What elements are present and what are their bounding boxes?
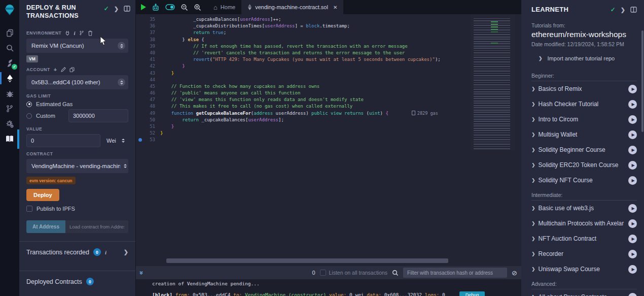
line-number[interactable]: 41 xyxy=(136,56,160,63)
import-tutorial-repo[interactable]: ❯ Import another tutorial repo xyxy=(539,55,634,61)
learneth-pin-panel-icon[interactable] xyxy=(630,7,637,13)
solidity-compiler-icon[interactable]: ✓ xyxy=(0,55,19,71)
tutorial-item[interactable]: ❯NFT Auction Contract▶ xyxy=(531,231,637,246)
deploy-and-run-icon[interactable] xyxy=(0,71,19,86)
pin-panel-icon[interactable] xyxy=(124,6,130,12)
tutorial-item[interactable]: ❯Multisig Wallet▶ xyxy=(531,127,637,142)
tutorial-item[interactable]: ❯Hash Checker Tutorial▶ xyxy=(531,96,637,112)
code-line[interactable]: function getCupcakeBalanceFor(address us… xyxy=(160,110,521,117)
expand-terminal-icon[interactable]: « xyxy=(137,271,145,274)
custom-gas-input[interactable] xyxy=(68,109,128,122)
code-line[interactable]: // If not enough time has passed, revert… xyxy=(160,43,521,50)
play-tutorial-button[interactable]: ▶ xyxy=(628,219,637,228)
tutorial-item[interactable]: ❯Intro to Circom▶ xyxy=(531,112,637,127)
play-tutorial-button[interactable]: ▶ xyxy=(628,85,637,93)
play-tutorial-button[interactable]: ▶ xyxy=(628,176,637,185)
edit-account-icon[interactable] xyxy=(61,67,66,72)
line-number[interactable]: 43 xyxy=(136,70,160,77)
code-line[interactable]: } else { xyxy=(160,37,521,43)
tutorial-item[interactable]: ❯Multichain Protocols with Axelar▶ xyxy=(531,216,637,231)
debug-button[interactable]: Debug xyxy=(459,291,485,296)
value-input[interactable] xyxy=(26,134,100,147)
git-icon[interactable] xyxy=(0,101,19,116)
play-tutorial-button[interactable]: ▶ xyxy=(628,115,637,124)
line-number[interactable]: 48 xyxy=(136,103,160,110)
account-select[interactable]: 0x5B3...eddC4 (100 ether) xyxy=(26,75,128,89)
clear-terminal-icon[interactable]: ⊘ xyxy=(512,269,517,277)
play-tutorial-button[interactable]: ▶ xyxy=(628,250,637,258)
environment-select[interactable]: Remix VM (Cancun) xyxy=(26,39,128,53)
tab-vending-machine-contract[interactable]: vending-machine-contract.sol ✕ xyxy=(241,0,343,14)
tutorial-item[interactable]: ❯Solidity NFT Course▶ xyxy=(531,173,637,188)
panel-chevron-right-icon[interactable]: ❯ xyxy=(114,6,119,12)
tutorial-item[interactable]: ❯Basic use of web3.js▶ xyxy=(531,201,637,216)
fork-environment-icon[interactable] xyxy=(79,30,84,36)
play-tutorial-button[interactable]: ▶ xyxy=(628,293,637,296)
tutorial-item[interactable]: ❯Solidity Beginner Course▶ xyxy=(531,142,637,157)
transactions-expand-icon[interactable]: ❯ xyxy=(124,249,128,255)
zoom-in-icon[interactable] xyxy=(194,4,201,11)
code-line[interactable]: revert("HTTP 429: Too Many Cupcakes (you… xyxy=(160,56,521,63)
listen-all-transactions-checkbox[interactable] xyxy=(320,270,326,276)
transactions-info-icon[interactable]: i xyxy=(105,249,106,255)
code-line[interactable]: // 'public' means anyone can call this f… xyxy=(160,90,521,96)
settings-icon[interactable] xyxy=(0,116,19,131)
line-number[interactable]: 38 xyxy=(136,37,160,43)
play-tutorial-button[interactable]: ▶ xyxy=(628,100,637,109)
contract-select[interactable]: VendingMachine - vending-machin xyxy=(26,159,128,173)
run-script-icon[interactable] xyxy=(141,4,146,10)
code-line[interactable] xyxy=(160,137,521,143)
play-tutorial-button[interactable]: ▶ xyxy=(628,130,637,139)
tab-home[interactable]: ⌂ Home xyxy=(207,0,241,14)
line-number[interactable]: 44 xyxy=(136,77,160,83)
line-number[interactable]: 52 xyxy=(136,130,160,137)
line-number[interactable]: 39 xyxy=(136,43,160,50)
close-tab-icon[interactable]: ✕ xyxy=(333,5,337,10)
tutorial-item[interactable]: ❯Uniswap Swap Course▶ xyxy=(531,261,637,277)
delete-environment-icon[interactable] xyxy=(88,30,93,36)
code-line[interactable]: return _cupcakeBalances[userAddress]; xyxy=(160,117,521,123)
line-number[interactable]: 53 xyxy=(136,137,160,143)
custom-gas-radio[interactable] xyxy=(26,113,32,119)
code-line[interactable]: return true; xyxy=(160,29,521,36)
code-line[interactable]: } xyxy=(160,63,521,70)
plug-icon[interactable] xyxy=(65,30,70,36)
line-number[interactable]: 35 xyxy=(136,16,160,23)
copy-account-icon[interactable] xyxy=(69,67,75,72)
code-line[interactable]: } xyxy=(160,130,521,137)
line-number[interactable]: 50 xyxy=(136,117,160,123)
at-address-button[interactable]: At Address xyxy=(26,220,65,233)
tutorial-item[interactable]: ❯Solidity ERC20 Token Course▶ xyxy=(531,157,637,173)
horizontal-scrollbar[interactable] xyxy=(166,258,448,263)
deployed-contracts-section[interactable]: Deployed Contracts 0 xyxy=(19,271,135,292)
remix-logo-icon[interactable] xyxy=(4,4,16,18)
debugger-icon[interactable] xyxy=(0,86,19,101)
transactions-recorded-section[interactable]: Transactions recorded 0 i ❯ xyxy=(19,241,135,262)
file-explorer-icon[interactable] xyxy=(0,25,19,40)
code-editor[interactable]: 35363738394041424344454647484950515253 _… xyxy=(136,14,521,266)
line-number[interactable]: 45 xyxy=(136,83,160,90)
line-number[interactable]: 51 xyxy=(136,123,160,130)
terminal-filter-input[interactable] xyxy=(403,268,507,278)
line-number[interactable]: 49 xyxy=(136,110,160,117)
deploy-button[interactable]: Deploy xyxy=(26,189,59,201)
line-number[interactable]: 36 xyxy=(136,23,160,29)
play-tutorial-button[interactable]: ▶ xyxy=(628,204,637,213)
line-number[interactable]: 46 xyxy=(136,90,160,96)
code-line[interactable]: } xyxy=(160,70,521,77)
play-tutorial-button[interactable]: ▶ xyxy=(628,161,637,170)
play-tutorial-button[interactable]: ▶ xyxy=(628,235,637,243)
line-number[interactable]: 47 xyxy=(136,96,160,103)
code-line[interactable]: // 'revert' cancels the transaction and … xyxy=(160,50,521,56)
learneth-chevron-right-icon[interactable]: ❯ xyxy=(621,7,625,13)
code-line[interactable]: // 'view' means this function only reads… xyxy=(160,96,521,103)
line-number[interactable]: 37 xyxy=(136,29,160,36)
search-icon[interactable] xyxy=(0,40,19,55)
tutorial-item[interactable]: ❯Basics of Remix▶ xyxy=(531,81,637,96)
value-unit-select[interactable]: Wei xyxy=(104,134,128,147)
code-line[interactable]: // This makes it free to call (no gas co… xyxy=(160,103,521,110)
learneth-scrollbar[interactable] xyxy=(641,30,643,132)
code-line[interactable]: _cupcakeBalances[userAddress]++; xyxy=(160,16,521,23)
environment-info-icon[interactable]: i xyxy=(74,30,76,36)
tutorial-item[interactable]: ❯All about Proxy Contracts▶ xyxy=(531,289,637,296)
